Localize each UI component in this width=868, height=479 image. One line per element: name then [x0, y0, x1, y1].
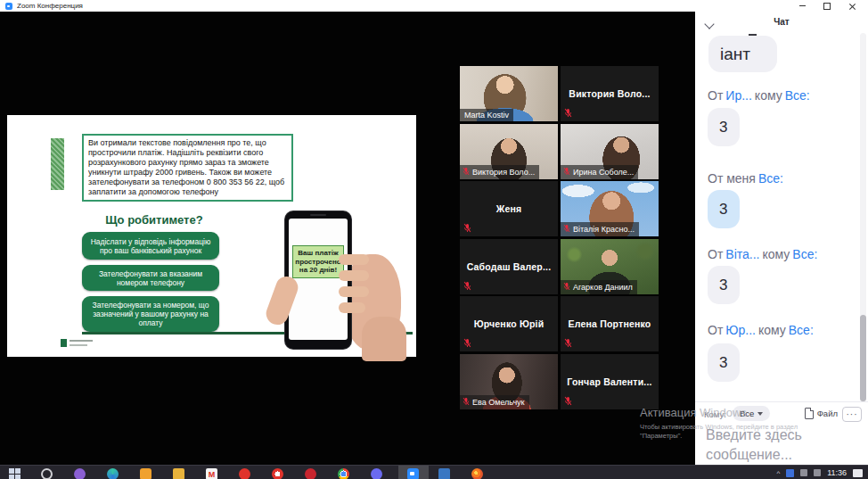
- participant-tile-agarkov-daniil[interactable]: Агарков Даниил: [561, 239, 659, 294]
- notification-center-icon[interactable]: [853, 469, 863, 477]
- mic-muted-icon: [564, 396, 572, 406]
- participant-tile-marta-kostiv[interactable]: Marta Kostiv: [460, 66, 558, 121]
- participant-tile-sabodash-valer[interactable]: Сабодаш Валер...: [460, 239, 558, 294]
- chat-placeholder-line1: Введите здесь: [706, 425, 857, 445]
- tray-icon[interactable]: [800, 469, 807, 476]
- phone-illustration: Ваш платіж прострочено на 20 днів!: [266, 202, 413, 357]
- file-explorer-icon[interactable]: [173, 468, 184, 479]
- participant-tile-viktoria-volo-2[interactable]: Виктория Воло...: [460, 124, 558, 179]
- chat-to-label: Кому:: [704, 409, 726, 419]
- slide-option-3: Зателефонувати за номером, що зазначений…: [82, 296, 219, 332]
- chat-more-button[interactable]: ···: [842, 407, 862, 422]
- minimize-button[interactable]: [790, 0, 815, 12]
- participant-name: Marta Kostiv: [464, 111, 509, 120]
- tray-icon[interactable]: [814, 469, 821, 476]
- recipient-name[interactable]: Все:: [789, 323, 814, 337]
- recipient-name[interactable]: Все:: [758, 171, 783, 186]
- hand-finger: [339, 270, 369, 281]
- participant-tile-viktoria-volo-1[interactable]: Виктория Воло...: [561, 66, 659, 121]
- slide-option-1: Надіслати у відповідь інформацію про ваш…: [82, 232, 219, 260]
- chat-message-header: ОтВіта...комуВсе:: [708, 247, 820, 261]
- chat-recipient-dropdown[interactable]: Все: [733, 406, 770, 421]
- zoom-taskbar-icon: [407, 468, 419, 479]
- chat-bubble-own: 3: [708, 190, 740, 228]
- mic-muted-icon: [463, 397, 470, 408]
- chrome-icon[interactable]: [338, 468, 349, 479]
- caret-down-icon: [757, 412, 763, 416]
- participant-tile-yurchenko-yuriy[interactable]: Юрченко Юрій: [460, 296, 558, 351]
- hand-finger: [339, 254, 369, 265]
- zoom-app-icon: [5, 3, 12, 10]
- participant-tile-eva-omelchuk[interactable]: Ева Омельчук: [460, 354, 558, 409]
- zoom-taskbar-active[interactable]: [398, 466, 429, 479]
- chat-file-button[interactable]: Файл: [805, 408, 838, 419]
- hand-wrist: [362, 317, 406, 361]
- taskbar-app-violet-icon[interactable]: [371, 468, 382, 479]
- sender-name[interactable]: Юр...: [725, 323, 756, 337]
- chat-bubble: 3: [708, 343, 740, 382]
- taskbar-app-purple-icon[interactable]: [74, 468, 86, 479]
- phone-screen: Ваш платіж прострочено на 20 днів!: [289, 219, 348, 340]
- edge-browser-icon[interactable]: [107, 468, 119, 479]
- participant-tile-vitalia-krasno[interactable]: Віталія Красно...: [561, 181, 659, 236]
- windows-start-icon[interactable]: [9, 468, 20, 479]
- chat-bubble: 3: [708, 108, 740, 146]
- participant-name: Ирина Соболе...: [573, 168, 634, 177]
- participant-tile-gonchar-valenti[interactable]: Гончар Валенти...: [561, 354, 659, 409]
- chat-footer: Кому: Все Файл ··· Введите здесь сообщен…: [695, 401, 868, 465]
- phone-message: Ваш платіж прострочено на 20 днів!: [292, 245, 344, 278]
- participant-name: Агарков Даниил: [573, 283, 633, 292]
- taskbar-app-amber-icon[interactable]: [140, 468, 151, 479]
- sender-name[interactable]: Ир...: [725, 88, 752, 103]
- window-title: Zoom Конференция: [17, 0, 83, 12]
- tray-icon[interactable]: [786, 469, 794, 477]
- participant-grid: Marta Kostiv Виктория Воло... Виктория В…: [460, 66, 659, 409]
- chat-scrollbar-thumb[interactable]: [860, 315, 866, 401]
- participant-name-tag: Віталія Красно...: [561, 222, 639, 236]
- taskbar-clock[interactable]: 11:36: [827, 468, 847, 477]
- close-button[interactable]: [839, 0, 864, 12]
- taskbar-app-red-icon[interactable]: [239, 468, 250, 479]
- sender-name[interactable]: Віта...: [725, 247, 759, 261]
- taskbar: M ^ 11:36: [0, 465, 868, 479]
- participant-tile-zhenya[interactable]: Женя: [460, 181, 558, 236]
- restore-button[interactable]: [815, 0, 839, 12]
- mic-muted-icon: [563, 224, 570, 235]
- participant-name-tag: Marta Kostiv: [460, 109, 513, 121]
- hand-finger: [339, 302, 365, 313]
- chat-panel: Чат іант ОтИр...комуВсе: 3 От меняВсе: 3…: [695, 12, 868, 465]
- participant-name: Юрченко Юрій: [460, 296, 558, 351]
- chat-title: Чат: [695, 17, 868, 27]
- taskbar-app-red2-icon[interactable]: [272, 468, 283, 479]
- chat-placeholder-line2: сообщение...: [706, 445, 857, 465]
- chat-message-header: От меняВсе:: [708, 171, 786, 186]
- participant-name-tag: Виктория Воло...: [460, 165, 539, 179]
- participant-name: Гончар Валенти...: [561, 354, 659, 409]
- window-controls: [790, 0, 864, 12]
- participant-tile-irina-sobole[interactable]: Ирина Соболе...: [561, 124, 659, 179]
- mail-icon[interactable]: M: [206, 468, 217, 479]
- participant-tile-elena-portnenko[interactable]: Елена Портненко: [561, 296, 659, 351]
- file-icon: [805, 408, 814, 419]
- participant-name-tag: Агарков Даниил: [561, 280, 637, 294]
- tray-expand-icon[interactable]: ^: [776, 469, 780, 477]
- screen: Zoom Конференция Ви отримали текстове по…: [0, 0, 868, 479]
- chat-message-input[interactable]: Введите здесь сообщение...: [706, 425, 857, 465]
- mic-muted-icon: [463, 223, 471, 233]
- mic-muted-icon: [563, 167, 570, 178]
- recipient-name[interactable]: Все:: [785, 88, 810, 103]
- search-icon[interactable]: [41, 468, 53, 479]
- mic-muted-icon: [563, 282, 570, 293]
- firefox-icon[interactable]: [471, 468, 483, 479]
- participant-name-tag: Ирина Соболе...: [561, 165, 638, 179]
- taskbar-app-red3-icon[interactable]: [305, 468, 316, 479]
- taskbar-app-blue-icon[interactable]: [438, 468, 450, 479]
- participant-name: Виктория Воло...: [472, 168, 535, 177]
- phone-speaker: [310, 214, 326, 216]
- slide-question: Що робитимете?: [82, 213, 226, 227]
- recipient-name[interactable]: Все:: [792, 247, 817, 261]
- hand-finger: [339, 286, 369, 297]
- slide-logo: [61, 338, 96, 349]
- minimize-icon: [799, 5, 806, 6]
- participant-name: Сабодаш Валер...: [460, 239, 558, 294]
